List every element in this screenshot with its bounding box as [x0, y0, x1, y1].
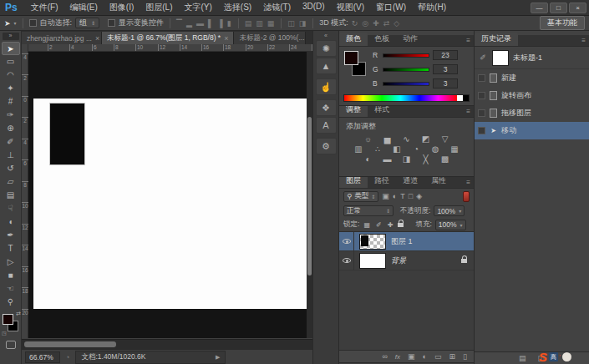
filter-adjustment-layers-icon[interactable]: ◐	[393, 192, 397, 200]
threshold-icon[interactable]: ◨	[401, 154, 413, 164]
menu-item-select[interactable]: 选择(S)	[218, 0, 257, 16]
brightness-contrast-icon[interactable]: ☼	[363, 134, 374, 144]
tab-close-icon[interactable]: ×	[224, 34, 228, 43]
layer-style-icon[interactable]: fx	[395, 353, 400, 361]
layer1-thumbnail[interactable]	[359, 234, 386, 250]
color-balance-icon[interactable]: ∴	[372, 144, 383, 154]
horizontal-ruler[interactable]: 2 4 6 8 10 12 14 16 18 20 22 24 26	[22, 44, 312, 52]
3d-rotate-icon[interactable]: ↻	[352, 19, 359, 28]
delete-layer-icon[interactable]: ▯	[463, 352, 467, 361]
filter-pixel-layers-icon[interactable]: ▣	[382, 192, 389, 200]
background-thumbnail[interactable]	[359, 253, 386, 269]
add-layer-mask-icon[interactable]: ▣	[408, 352, 415, 361]
history-source-checkbox[interactable]	[478, 92, 485, 99]
screen-mode-button[interactable]	[6, 341, 16, 349]
spectrum-black-cell[interactable]	[463, 95, 469, 101]
vertical-ruler[interactable]: 4 2 0 2 4 6 8 10 12 14 16 18 20	[22, 52, 28, 338]
3d-drag-icon[interactable]: ✚	[373, 19, 380, 28]
fill-field[interactable]: 100% ▾	[435, 220, 466, 230]
3d-scale-icon[interactable]: ◇	[394, 19, 400, 28]
panel-menu-icon[interactable]: ≡	[463, 177, 474, 188]
menu-item-view[interactable]: 视图(V)	[331, 0, 370, 16]
hand-tool[interactable]: ☜	[2, 282, 20, 296]
auto-align-icon[interactable]: ◫	[287, 19, 296, 28]
menu-item-type[interactable]: 文字(Y)	[179, 0, 218, 16]
auto-select-dropdown[interactable]: 组⇕	[75, 18, 99, 28]
minimize-button[interactable]: —	[531, 3, 548, 13]
move-tool[interactable]: ➤	[2, 42, 20, 55]
filter-shape-layers-icon[interactable]: □	[409, 192, 413, 200]
history-step-label[interactable]: 移动	[501, 125, 516, 136]
layer-row-background[interactable]: 背景	[339, 251, 474, 270]
color-spectrum-ramp[interactable]	[343, 94, 470, 102]
history-source-checkbox[interactable]	[478, 127, 485, 134]
layer-row-layer1[interactable]: 图层 1	[339, 232, 474, 251]
eyedropper-tool[interactable]: ✑	[2, 109, 20, 122]
history-step-move-selected[interactable]: ➤ 移动	[475, 122, 589, 139]
ime-circle-icon[interactable]	[562, 352, 571, 361]
menu-item-filter[interactable]: 滤镜(T)	[257, 0, 297, 16]
rectangle-tool[interactable]: ■	[2, 269, 20, 282]
visibility-cell[interactable]	[339, 232, 354, 250]
history-step-new[interactable]: 新建	[475, 69, 589, 87]
status-popup-arrow-icon[interactable]: ▶	[216, 354, 220, 361]
path-selection-tool[interactable]: ▷	[2, 255, 20, 269]
document-tab-1[interactable]: zhengjianzhao.jpg ... ×	[22, 32, 102, 44]
workspace-button[interactable]: 基本功能	[540, 16, 585, 30]
collapsed-panel-hand-icon[interactable]: ☝	[316, 78, 337, 95]
tab-channels[interactable]: 通道	[396, 177, 424, 188]
spectrum-white-cell[interactable]	[457, 95, 463, 101]
tab-history[interactable]: 历史记录	[475, 33, 518, 46]
align-middle-icon[interactable]: ▐	[217, 19, 223, 28]
rectangular-marquee-tool[interactable]: ▭	[2, 55, 20, 68]
3d-roll-icon[interactable]: ◎	[362, 19, 369, 28]
crop-tool[interactable]: #	[2, 95, 20, 109]
red-slider[interactable]	[383, 53, 429, 58]
eye-icon[interactable]	[343, 258, 351, 263]
history-source-checkbox[interactable]	[478, 74, 485, 82]
collapsed-panel-styles-icon[interactable]: ▲	[316, 58, 337, 74]
green-value-field[interactable]: 3	[433, 64, 458, 74]
tab-layers[interactable]: 图层	[339, 177, 368, 188]
filter-smart-objects-icon[interactable]: ◈	[416, 192, 422, 200]
default-colors-icon[interactable]: ◳	[2, 330, 7, 336]
auto-select-checkbox[interactable]	[29, 19, 37, 27]
hue-saturation-icon[interactable]: ▥	[353, 144, 364, 154]
red-value-field[interactable]: 23	[433, 50, 458, 60]
blue-value-field[interactable]: 3	[433, 78, 458, 88]
green-slider[interactable]	[383, 68, 429, 72]
eraser-tool[interactable]: ▱	[2, 175, 20, 189]
close-button[interactable]: ×	[569, 3, 586, 13]
history-snapshot-row[interactable]: ✐ 未标题-1	[475, 47, 589, 69]
color-lookup-icon[interactable]: ▦	[449, 144, 460, 154]
document-info[interactable]: 文档:1.40M/1020.6K ▶	[75, 351, 226, 364]
vertical-scrollbar-thumb[interactable]	[307, 117, 312, 276]
canvas-pasteboard[interactable]: 4 2 0 2 4 6 8 10 12 14 16 18 20	[22, 52, 312, 338]
history-step-drag-layer[interactable]: 拖移图层	[475, 104, 589, 122]
opacity-field[interactable]: 100% ▾	[434, 205, 465, 216]
menu-item-layer[interactable]: 图层(L)	[140, 0, 178, 16]
maximize-button[interactable]: □	[550, 3, 567, 13]
photo-filter-icon[interactable]: ◔	[410, 144, 422, 154]
distribute-middle-icon[interactable]: ▥	[256, 19, 264, 28]
new-document-from-state-icon[interactable]: ▤	[519, 354, 526, 362]
levels-icon[interactable]: ▅	[382, 134, 394, 144]
menu-item-help[interactable]: 帮助(H)	[412, 0, 452, 16]
tab-color[interactable]: 颜色	[339, 33, 368, 46]
align-center-icon[interactable]: ▂	[186, 19, 193, 28]
history-step-label[interactable]: 拖移图层	[501, 108, 531, 119]
3d-slide-icon[interactable]: ⇄	[383, 19, 391, 28]
tab-swatches[interactable]: 色板	[368, 33, 396, 46]
layer-name[interactable]: 图层 1	[391, 236, 413, 247]
align-left-icon[interactable]: ▔	[176, 19, 183, 28]
toolbar-collapse-handle[interactable]: »	[3, 33, 19, 40]
menu-item-3d[interactable]: 3D(D)	[297, 0, 331, 16]
auto-blend-icon[interactable]: ◨	[299, 19, 307, 28]
invert-icon[interactable]: ◐	[363, 154, 374, 164]
menu-item-window[interactable]: 窗口(W)	[370, 0, 412, 16]
align-right-icon[interactable]: ▬	[196, 19, 205, 28]
distribute-top-icon[interactable]: ▤	[245, 19, 253, 28]
posterize-icon[interactable]: ▬	[382, 154, 394, 164]
show-transform-checkbox[interactable]	[108, 19, 115, 27]
blue-slider[interactable]	[383, 82, 429, 86]
